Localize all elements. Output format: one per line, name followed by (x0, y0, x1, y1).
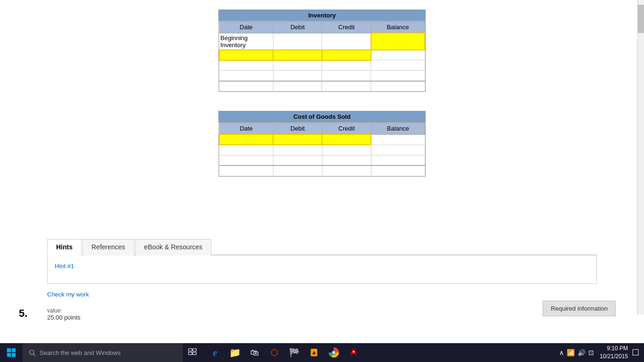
inventory-header-date: Date (219, 22, 273, 33)
check-my-work-link[interactable]: Check my work (47, 291, 644, 298)
table-row (219, 60, 425, 71)
cogs-header-credit: Credit (322, 123, 371, 135)
table-row: Beginning Inventory (219, 33, 425, 50)
page-content: Inventory Date Debit Credit Balance Begi… (0, 0, 644, 326)
required-info-button[interactable]: Required information (543, 301, 616, 316)
inventory-table-title: Inventory (219, 10, 425, 21)
tab-hints[interactable]: Hints (47, 239, 82, 255)
cogs-header-date: Date (219, 123, 273, 135)
cogs-table-title: Cost of Goods Sold (219, 111, 425, 123)
tabs-header: Hints References eBook & Resources (47, 238, 597, 255)
cogs-header-balance: Balance (371, 123, 425, 135)
tabs-section: Hints References eBook & Resources Hint … (0, 238, 644, 284)
cogs-header-debit: Debit (273, 123, 322, 135)
table-row (219, 145, 425, 155)
table-row (219, 165, 425, 176)
table-row (219, 50, 425, 60)
table-row (219, 81, 425, 91)
question-number: 5. (19, 307, 33, 320)
scrollbar-thumb[interactable] (638, 5, 644, 33)
inventory-header-credit: Credit (322, 22, 371, 33)
inventory-table: Inventory Date Debit Credit Balance Begi… (218, 9, 426, 92)
tab-ebook[interactable]: eBook & Resources (135, 239, 212, 255)
table-row (219, 71, 425, 81)
tab-content: Hint #1 (47, 255, 597, 284)
inventory-header-balance: Balance (371, 22, 425, 33)
hint-link[interactable]: Hint #1 (55, 263, 74, 270)
beginning-inventory-label: Beginning Inventory (219, 33, 273, 50)
inventory-header-debit: Debit (273, 22, 322, 33)
scrollbar[interactable] (637, 0, 644, 315)
table-row (219, 155, 425, 165)
tab-references[interactable]: References (83, 239, 134, 255)
cogs-table: Cost of Goods Sold Date Debit Credit Bal… (218, 111, 426, 177)
question-value-label: value: (47, 307, 81, 314)
question-points: 25.00 points (47, 314, 81, 321)
table-row (219, 134, 425, 145)
